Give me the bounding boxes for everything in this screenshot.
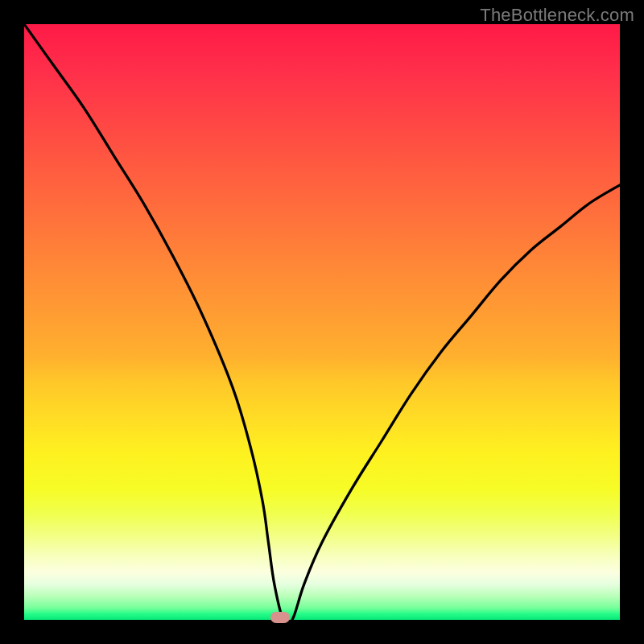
optimal-marker [270, 612, 290, 623]
bottleneck-curve [24, 24, 620, 620]
chart-frame: TheBottleneck.com [0, 0, 644, 644]
watermark-text: TheBottleneck.com [480, 5, 634, 26]
plot-area [24, 24, 620, 620]
